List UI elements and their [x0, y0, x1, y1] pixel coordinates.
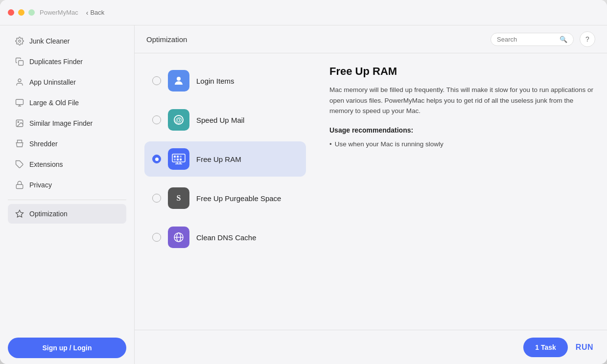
app-window: PowerMyMac ‹ Back Junk Cleaner [0, 0, 607, 364]
main-body: Login Items @ Speed Up Mail [135, 53, 607, 330]
sidebar-bottom: Sign up / Login [8, 332, 126, 358]
lock-icon [15, 180, 24, 190]
search-icon: 🔍 [560, 36, 567, 43]
svg-rect-9 [16, 184, 23, 188]
search-input[interactable] [497, 36, 557, 43]
tool-item-login-items[interactable]: Login Items [144, 63, 306, 98]
tool-icon-speed-up-mail: @ [168, 109, 189, 131]
sidebar-label-junk: Junk Cleaner [29, 37, 70, 45]
signup-button[interactable]: Sign up / Login [8, 338, 126, 358]
sidebar-item-large-old-file[interactable]: Large & Old File [8, 93, 126, 113]
image-icon [15, 118, 24, 128]
bullet-text: Use when your Mac is running slowly [335, 139, 444, 150]
svg-point-11 [177, 77, 181, 81]
content-area: Junk Cleaner Duplicates Finder [0, 25, 607, 364]
tool-name-speed-up-mail: Speed Up Mail [196, 116, 244, 124]
back-label: Back [90, 9, 104, 16]
tool-icon-login-items [168, 70, 189, 91]
sidebar-item-optimization[interactable]: Optimization [8, 204, 126, 224]
tool-name-purgeable: Free Up Purgeable Space [196, 194, 281, 203]
task-button[interactable]: 1 Task [523, 338, 568, 357]
tool-radio-free-up-ram[interactable] [152, 155, 161, 163]
sidebar: Junk Cleaner Duplicates Finder [0, 25, 135, 364]
tool-item-purgeable[interactable]: S Free Up Purgeable Space [144, 181, 306, 216]
sidebar-item-privacy[interactable]: Privacy [8, 175, 126, 195]
svg-text:@: @ [175, 116, 182, 124]
shredder-icon [15, 139, 24, 149]
svg-point-2 [18, 79, 21, 82]
tool-name-free-up-ram: Free Up RAM [196, 155, 241, 163]
sidebar-label-large: Large & Old File [29, 99, 79, 107]
app-title: PowerMyMac [40, 9, 78, 16]
sidebar-item-duplicates-finder[interactable]: Duplicates Finder [8, 52, 126, 71]
recommendations-title: Usage recommendations: [329, 126, 593, 134]
tool-item-free-up-ram[interactable]: Free Up RAM [144, 141, 306, 177]
sidebar-label-similar: Similar Image Finder [29, 119, 93, 127]
main-header: Optimization 🔍 ? [135, 25, 607, 53]
chevron-left-icon: ‹ [86, 9, 89, 17]
titlebar: PowerMyMac ‹ Back [0, 0, 607, 25]
footer-bar: 1 Task RUN [135, 330, 607, 364]
tool-name-clean-dns: Clean DNS Cache [196, 233, 257, 242]
search-box[interactable]: 🔍 [490, 33, 574, 46]
back-button[interactable]: ‹ Back [86, 9, 105, 17]
tool-radio-purgeable[interactable] [152, 194, 161, 203]
detail-description: Mac memory will be filled up frequently.… [329, 85, 593, 116]
help-button[interactable]: ? [580, 31, 595, 47]
tool-name-login-items: Login Items [196, 77, 234, 85]
optimization-icon [15, 209, 24, 219]
svg-rect-1 [19, 61, 23, 66]
svg-text:S: S [177, 194, 181, 202]
detail-bullet-0: • Use when your Mac is running slowly [329, 139, 593, 150]
gear-icon [15, 36, 24, 46]
sidebar-item-shredder[interactable]: Shredder [8, 134, 126, 154]
svg-rect-18 [174, 159, 176, 160]
tool-radio-speed-up-mail[interactable] [152, 115, 161, 124]
bullet-icon: • [329, 139, 332, 150]
svg-rect-16 [177, 156, 179, 158]
minimize-button[interactable] [18, 9, 24, 16]
sidebar-item-app-uninstaller[interactable]: App Uninstaller [8, 72, 126, 92]
sidebar-label-optimization: Optimization [29, 210, 68, 218]
tool-icon-free-up-ram [168, 148, 189, 170]
svg-rect-19 [177, 159, 179, 160]
extensions-icon [15, 159, 24, 169]
detail-title: Free Up RAM [329, 65, 593, 78]
help-label: ? [585, 35, 589, 43]
sidebar-divider [8, 200, 126, 200]
detail-panel: Free Up RAM Mac memory will be filled up… [316, 53, 607, 330]
tool-icon-clean-dns [168, 227, 189, 248]
sidebar-label-extensions: Extensions [29, 160, 63, 168]
file-icon [15, 98, 24, 108]
tool-item-speed-up-mail[interactable]: @ Speed Up Mail [144, 102, 306, 137]
tool-radio-login-items[interactable] [152, 76, 161, 85]
tools-list: Login Items @ Speed Up Mail [135, 53, 316, 330]
person-icon [15, 77, 24, 87]
svg-marker-10 [16, 210, 23, 217]
svg-rect-15 [174, 156, 176, 158]
traffic-lights [8, 9, 35, 16]
sidebar-item-extensions[interactable]: Extensions [8, 155, 126, 174]
svg-rect-20 [180, 159, 182, 160]
sidebar-item-similar-image-finder[interactable]: Similar Image Finder [8, 114, 126, 133]
maximize-button[interactable] [28, 9, 35, 16]
sidebar-label-privacy: Privacy [29, 181, 52, 189]
tool-radio-clean-dns[interactable] [152, 233, 161, 242]
section-title: Optimization [146, 35, 490, 44]
svg-rect-17 [180, 156, 182, 158]
tool-icon-purgeable: S [168, 187, 189, 209]
svg-point-0 [19, 40, 21, 43]
svg-point-7 [18, 121, 19, 122]
run-button[interactable]: RUN [576, 343, 593, 352]
close-button[interactable] [8, 9, 14, 16]
sidebar-item-junk-cleaner[interactable]: Junk Cleaner [8, 31, 126, 51]
sidebar-label-dupes: Duplicates Finder [29, 58, 83, 66]
sidebar-label-shredder: Shredder [29, 140, 58, 148]
svg-rect-3 [16, 99, 23, 105]
tool-item-clean-dns[interactable]: Clean DNS Cache [144, 220, 306, 255]
sidebar-label-app: App Uninstaller [29, 78, 76, 86]
svg-rect-14 [172, 154, 185, 162]
copy-icon [15, 57, 24, 67]
main-area: Optimization 🔍 ? [135, 25, 607, 364]
